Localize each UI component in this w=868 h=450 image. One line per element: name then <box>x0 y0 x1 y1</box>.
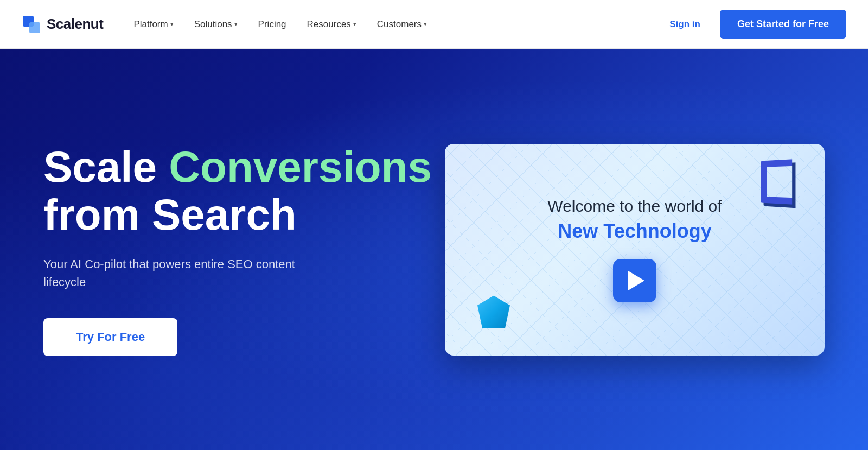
customers-chevron-icon: ▾ <box>424 21 427 28</box>
bracket-decoration <box>760 160 803 214</box>
nav-customers[interactable]: Customers ▾ <box>368 15 436 34</box>
nav-pricing[interactable]: Pricing <box>250 15 295 34</box>
hero-video-area: Welcome to the world of New Technology <box>432 144 825 356</box>
navbar: Scalenut Platform ▾ Solutions ▾ Pricing … <box>0 0 868 49</box>
video-card-subtitle: New Technology <box>547 220 722 243</box>
play-button[interactable] <box>613 259 656 302</box>
try-for-free-button[interactable]: Try For Free <box>43 318 177 356</box>
hero-section: Scale Conversions from Search Your AI Co… <box>0 49 868 450</box>
gem-decoration <box>477 296 515 334</box>
hero-subtext: Your AI Co-pilot that powers entire SEO … <box>43 255 315 291</box>
logo-icon <box>22 15 41 34</box>
hero-headline: Scale Conversions from Search <box>43 143 432 239</box>
get-started-button[interactable]: Get Started for Free <box>720 10 846 39</box>
solutions-chevron-icon: ▾ <box>234 21 238 28</box>
video-card-title: Welcome to the world of <box>547 197 722 216</box>
resources-chevron-icon: ▾ <box>353 21 356 28</box>
svg-rect-1 <box>29 22 40 33</box>
brand-name: Scalenut <box>47 16 103 33</box>
nav-platform[interactable]: Platform ▾ <box>125 15 182 34</box>
signin-button[interactable]: Sign in <box>661 15 709 34</box>
video-card[interactable]: Welcome to the world of New Technology <box>445 144 825 356</box>
nav-right: Sign in Get Started for Free <box>661 10 846 39</box>
bracket-shape <box>761 159 792 204</box>
platform-chevron-icon: ▾ <box>170 21 174 28</box>
hero-content: Scale Conversions from Search Your AI Co… <box>43 143 432 356</box>
logo[interactable]: Scalenut <box>22 15 103 34</box>
nav-solutions[interactable]: Solutions ▾ <box>186 15 246 34</box>
gem-shape <box>477 296 510 328</box>
video-card-content: Welcome to the world of New Technology <box>547 197 722 302</box>
nav-resources[interactable]: Resources ▾ <box>298 15 365 34</box>
nav-links: Platform ▾ Solutions ▾ Pricing Resources… <box>125 15 661 34</box>
play-triangle-icon <box>628 271 644 290</box>
